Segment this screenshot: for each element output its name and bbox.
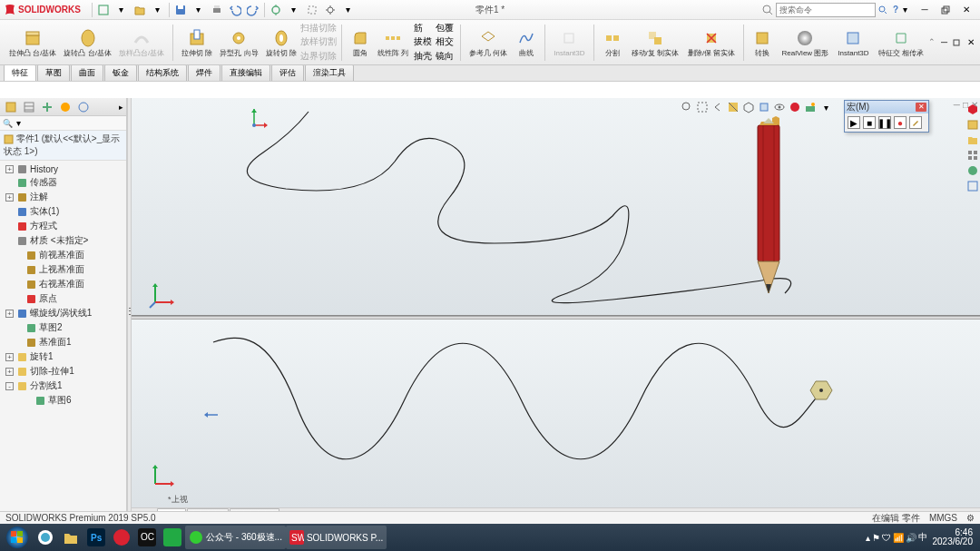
- taskbar-solidworks-window[interactable]: SWSOLIDWORKS P...: [286, 526, 387, 549]
- tree-item[interactable]: +History: [0, 162, 126, 175]
- rib-button[interactable]: 筋: [414, 22, 432, 34]
- macro-stop-icon[interactable]: ■: [863, 116, 876, 129]
- help-dropdown-icon[interactable]: ▾: [903, 5, 907, 15]
- tray-clock[interactable]: 6:462023/6/20: [929, 528, 977, 546]
- sweep-boss-button[interactable]: 放样凸台/基体: [115, 22, 168, 64]
- fm-tab-dimxpert-icon[interactable]: [57, 100, 74, 114]
- tree-item[interactable]: 传感器: [0, 175, 126, 190]
- cut-loft-button[interactable]: 放样切割: [300, 35, 337, 48]
- start-button[interactable]: [2, 525, 33, 550]
- resources-icon[interactable]: [965, 102, 980, 116]
- tray-ime-icon[interactable]: 中: [918, 531, 927, 544]
- viewport-top[interactable]: ▾ ─ □ ✕ 宏(M)✕ ▶ ■ ❚❚ ●: [132, 98, 980, 316]
- status-units[interactable]: MMGS: [929, 513, 957, 523]
- minimize-icon[interactable]: ─: [915, 3, 935, 17]
- tab-evaluate[interactable]: 评估: [271, 64, 304, 81]
- tab-render[interactable]: 渲染工具: [305, 64, 354, 81]
- qat-dropdown-icon[interactable]: ▾: [285, 2, 303, 18]
- tree-item[interactable]: +旋转1: [0, 349, 126, 364]
- macro-close-icon[interactable]: ✕: [916, 103, 926, 112]
- macro-play-icon[interactable]: ▶: [848, 116, 860, 129]
- ribbon-collapse-icon[interactable]: ⌃: [928, 37, 936, 48]
- ref-geometry-button[interactable]: 参考几 何体: [466, 22, 511, 64]
- tree-item[interactable]: -分割线1: [0, 379, 126, 393]
- view-palette-icon[interactable]: [965, 148, 980, 162]
- tray-network-icon[interactable]: 📶: [893, 533, 904, 543]
- tab-direct-edit[interactable]: 直接编辑: [221, 64, 270, 81]
- ribbon-close-icon[interactable]: ✕: [967, 37, 975, 48]
- qat-new-icon[interactable]: [94, 2, 113, 18]
- taskbar-folder-icon[interactable]: [58, 526, 83, 549]
- macro-pause-icon[interactable]: ❚❚: [878, 116, 891, 129]
- fm-tab-display-icon[interactable]: [75, 100, 92, 114]
- tree-item[interactable]: 材质 <未指定>: [0, 233, 126, 248]
- instant3d-button[interactable]: Instant3D: [550, 22, 588, 64]
- cut-revolve-button[interactable]: 旋转切 除: [262, 22, 300, 64]
- extrude-boss-button[interactable]: 拉伸凸 台/基体: [5, 22, 60, 64]
- taskbar-photoshop-icon[interactable]: Ps: [83, 526, 109, 549]
- tree-item[interactable]: 上视基准面: [0, 262, 126, 277]
- macro-record-icon[interactable]: ●: [894, 116, 906, 129]
- qat-dropdown-icon[interactable]: ▾: [113, 2, 131, 18]
- file-explorer-icon[interactable]: [965, 133, 980, 147]
- tab-sketch[interactable]: 草图: [37, 64, 70, 81]
- hole-wizard-button[interactable]: 异型孔 向导: [216, 22, 261, 64]
- tab-weldment[interactable]: 焊件: [188, 64, 220, 81]
- convert-button[interactable]: 转换: [749, 22, 776, 64]
- fm-filter-icon[interactable]: 🔍: [3, 119, 13, 128]
- tree-item[interactable]: +螺旋线/涡状线1: [0, 306, 126, 320]
- qat-select-icon[interactable]: [303, 2, 321, 18]
- tray-volume-icon[interactable]: 🔊: [906, 533, 916, 543]
- tree-item[interactable]: +注解: [0, 190, 126, 204]
- qat-print-icon[interactable]: [208, 2, 226, 18]
- realview-button[interactable]: RealView 图形: [778, 22, 832, 64]
- cut-boundary-button[interactable]: 边界切除: [300, 50, 337, 63]
- tab-surface[interactable]: 曲面: [71, 64, 103, 81]
- fm-tab-config-icon[interactable]: [39, 100, 55, 114]
- tray-arrow-icon[interactable]: ▴: [866, 533, 870, 543]
- tree-item[interactable]: 实体(1): [0, 204, 126, 219]
- taskbar-browser-window[interactable]: 公众号 - 360极速...: [185, 526, 286, 549]
- search-go-icon[interactable]: [877, 5, 888, 15]
- cut-sweep-button[interactable]: 扫描切除: [300, 22, 337, 34]
- shell-button[interactable]: 抽壳: [414, 50, 432, 63]
- tree-item[interactable]: 原点: [0, 291, 126, 306]
- taskbar-app-icon[interactable]: OC: [134, 526, 160, 549]
- qat-dropdown-icon[interactable]: ▾: [190, 2, 208, 18]
- status-options-icon[interactable]: ⚙: [966, 513, 975, 523]
- curves-button[interactable]: 曲线: [513, 22, 540, 64]
- qat-rebuild-icon[interactable]: [267, 2, 285, 18]
- taskbar-app-icon[interactable]: [160, 526, 185, 549]
- qat-dropdown-icon[interactable]: ▾: [339, 2, 358, 18]
- macro-window[interactable]: 宏(M)✕ ▶ ■ ❚❚ ●: [844, 100, 929, 133]
- tray-flag-icon[interactable]: ⚑: [872, 533, 880, 543]
- revolve-boss-button[interactable]: 旋转凸 台/基体: [60, 22, 114, 64]
- delete-keep-button[interactable]: 删除/保 留实体: [684, 22, 739, 64]
- fillet-button[interactable]: 圆角: [347, 22, 374, 64]
- taskbar-cloud-icon[interactable]: [33, 526, 58, 549]
- fm-dropdown-icon[interactable]: ▾: [16, 118, 21, 128]
- qat-open-icon[interactable]: [131, 2, 149, 18]
- tab-features[interactable]: 特征: [4, 64, 36, 81]
- linear-pattern-button[interactable]: 线性阵 列: [374, 22, 412, 64]
- close-icon[interactable]: ✕: [956, 3, 976, 17]
- tray-shield-icon[interactable]: 🛡: [882, 533, 891, 543]
- qat-save-icon[interactable]: [172, 2, 190, 18]
- tree-item[interactable]: 前视基准面: [0, 248, 126, 262]
- fm-tab-tree-icon[interactable]: [3, 100, 19, 114]
- appearances-icon[interactable]: [965, 163, 980, 178]
- design-library-icon[interactable]: [965, 117, 980, 132]
- qat-redo-icon[interactable]: [244, 2, 262, 18]
- taskbar-app-icon[interactable]: [109, 526, 134, 549]
- cut-extrude-button[interactable]: 拉伸切 除: [178, 22, 216, 64]
- qat-undo-icon[interactable]: [226, 2, 244, 18]
- help-icon[interactable]: ?: [890, 5, 901, 15]
- tree-item[interactable]: 右视基准面: [0, 277, 126, 291]
- tab-structure[interactable]: 结构系统: [138, 64, 187, 81]
- draft-button[interactable]: 拔模: [414, 35, 432, 48]
- tree-item[interactable]: 基准面1: [0, 335, 126, 349]
- tree-item[interactable]: 草图2: [0, 320, 126, 335]
- wrap-button[interactable]: 包覆: [436, 22, 454, 34]
- tab-sheetmetal[interactable]: 钣金: [104, 64, 137, 81]
- qat-options-icon[interactable]: [321, 2, 339, 18]
